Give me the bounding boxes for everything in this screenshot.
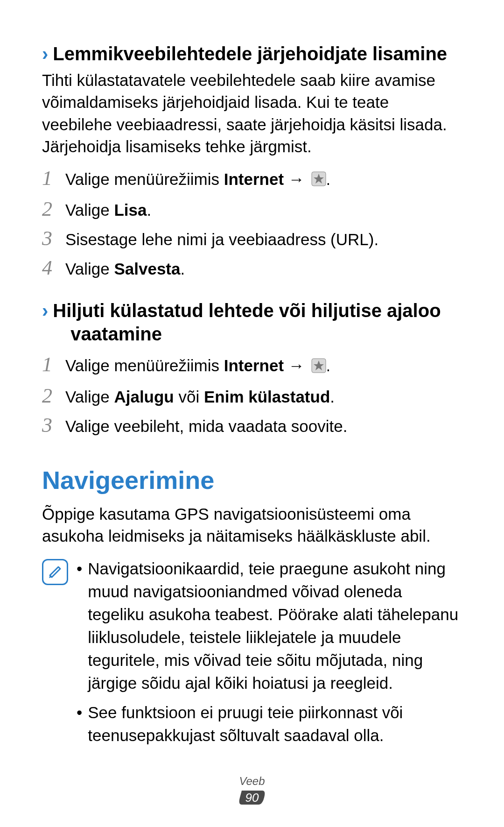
page-number-badge: 90 (238, 789, 266, 806)
main-heading-navigation: Navigeerimine (42, 466, 462, 495)
bullet-text: Navigatsioonikaardid, teie praegune asuk… (88, 557, 462, 694)
star-icon (311, 169, 326, 192)
step-text: Valige menüürežiimis Internet → . (65, 354, 462, 378)
step-number: 1 (42, 168, 65, 189)
bullet-text: See funktsioon ei pruugi teie piirkonnas… (88, 701, 462, 747)
list-item: 4 Valige Salvesta. (42, 257, 462, 280)
section-heading-text: Hiljuti külastatud lehtede või hiljutise… (53, 299, 441, 346)
bullet-dot-icon: • (77, 701, 82, 747)
list-item: 3 Sisestage lehe nimi ja veebiaadress (U… (42, 228, 462, 251)
info-box: • Navigatsioonikaardid, teie praegune as… (42, 557, 462, 753)
chevron-right-icon: › (42, 299, 48, 322)
document-page: › Lemmikveebilehtedele järjehoidjate lis… (0, 0, 504, 781)
chevron-right-icon: › (42, 42, 48, 65)
step-text: Sisestage lehe nimi ja veebiaadress (URL… (65, 228, 462, 251)
bullet-list: • Navigatsioonikaardid, teie praegune as… (77, 557, 462, 753)
section-heading-text: Lemmikveebilehtedele järjehoidjate lisam… (53, 42, 447, 65)
step-text: Valige veebileht, mida vaadata soovite. (65, 415, 462, 438)
page-number: 90 (245, 791, 259, 805)
list-item: 2 Valige Ajalugu või Enim külastatud. (42, 385, 462, 408)
bullet-item: • See funktsioon ei pruugi teie piirkonn… (77, 701, 462, 747)
step-text: Valige menüürežiimis Internet → . (65, 168, 462, 192)
footer-section-label: Veeb (0, 775, 504, 788)
list-item: 3 Valige veebileht, mida vaadata soovite… (42, 415, 462, 438)
main-intro: Õppige kasutama GPS navigatsioonisüsteem… (42, 503, 462, 547)
numbered-list: 1 Valige menüürežiimis Internet → . 2 Va… (42, 354, 462, 437)
bullet-dot-icon: • (77, 557, 82, 694)
note-icon (42, 559, 68, 585)
star-icon (311, 356, 326, 379)
bullet-item: • Navigatsioonikaardid, teie praegune as… (77, 557, 462, 694)
step-number: 3 (42, 415, 65, 436)
step-number: 1 (42, 354, 65, 375)
step-text: Valige Lisa. (65, 198, 462, 221)
step-number: 2 (42, 199, 65, 219)
list-item: 1 Valige menüürežiimis Internet → . (42, 354, 462, 378)
page-footer: Veeb 90 (0, 775, 504, 806)
step-text: Valige Salvesta. (65, 257, 462, 280)
step-number: 4 (42, 258, 65, 278)
step-number: 3 (42, 228, 65, 249)
section-intro: Tihti külastatavatele veebilehtedele saa… (42, 69, 462, 157)
list-item: 2 Valige Lisa. (42, 198, 462, 221)
section-heading-history: › Hiljuti külastatud lehtede või hiljuti… (42, 299, 462, 346)
step-number: 2 (42, 386, 65, 406)
numbered-list: 1 Valige menüürežiimis Internet → . 2 Va… (42, 168, 462, 280)
list-item: 1 Valige menüürežiimis Internet → . (42, 168, 462, 192)
step-text: Valige Ajalugu või Enim külastatud. (65, 385, 462, 408)
section-heading-bookmarks: › Lemmikveebilehtedele järjehoidjate lis… (42, 42, 462, 65)
